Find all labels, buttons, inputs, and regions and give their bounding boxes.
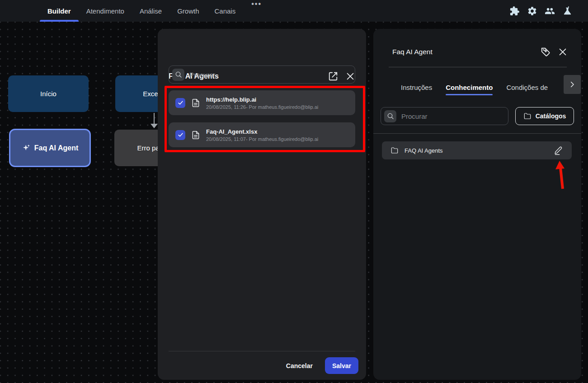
connector-arrowhead-icon bbox=[151, 124, 158, 128]
knowledge-source-list: https://help.blip.ai 20/08/2025, 11:26- … bbox=[169, 90, 355, 147]
catalog-folder-label: FAQ AI Agents bbox=[405, 147, 548, 154]
doc-title: Faq-AI_Agent.xlsx bbox=[206, 128, 318, 135]
node-label: Início bbox=[40, 90, 56, 98]
tabs-scroll-right-button[interactable] bbox=[564, 75, 581, 94]
nav-tab-label: Análise bbox=[140, 7, 162, 15]
nav-tab-canais[interactable]: Canais bbox=[207, 0, 243, 22]
nav-tab-label: Atendimento bbox=[86, 7, 124, 15]
nav-tab-growth[interactable]: Growth bbox=[169, 0, 207, 22]
nav-tab-label: Builder bbox=[47, 7, 71, 15]
tab-conhecimento[interactable]: Conhecimento bbox=[446, 84, 493, 94]
faq-ai-agents-modal: FAQ AI Agents https://help.blip.ai 20/08… bbox=[158, 29, 366, 380]
doc-text: https://help.blip.ai 20/08/2025, 11:26- … bbox=[206, 96, 318, 110]
folder-icon bbox=[523, 112, 532, 120]
catalog-folder-row[interactable]: FAQ AI Agents bbox=[382, 141, 572, 159]
document-icon bbox=[191, 98, 200, 108]
save-button[interactable]: Salvar bbox=[325, 357, 358, 374]
top-nav: Builder Atendimento Análise Growth Canai… bbox=[0, 0, 588, 22]
ai-sparkle-icon bbox=[22, 144, 31, 153]
panel-search-row: Catálogos bbox=[381, 107, 574, 125]
panel-header: Faq AI Agent bbox=[392, 47, 568, 57]
doc-title: https://help.blip.ai bbox=[206, 96, 318, 103]
nav-tab-atendimento[interactable]: Atendimento bbox=[79, 0, 132, 22]
list-item-help-blip[interactable]: https://help.blip.ai 20/08/2025, 11:26- … bbox=[169, 90, 355, 115]
cancel-button[interactable]: Cancelar bbox=[286, 362, 313, 369]
panel-search-box bbox=[381, 107, 508, 125]
doc-meta: 20/08/2025, 11:07- Por matheus.figueired… bbox=[206, 136, 318, 142]
modal-search-box bbox=[169, 65, 355, 84]
panel-search-input[interactable] bbox=[401, 112, 505, 120]
footer-divider bbox=[169, 351, 355, 351]
folder-icon bbox=[390, 147, 399, 154]
search-icon bbox=[172, 69, 184, 81]
modal-footer: Cancelar Salvar bbox=[158, 351, 366, 380]
panel-close-icon[interactable] bbox=[558, 47, 568, 57]
tab-condicoes[interactable]: Condições de bbox=[506, 84, 548, 94]
nav-tab-analise[interactable]: Análise bbox=[132, 0, 169, 22]
checkbox-checked[interactable] bbox=[175, 98, 185, 108]
footer-actions: Cancelar Salvar bbox=[286, 357, 358, 374]
edit-pencil-icon[interactable] bbox=[554, 146, 563, 155]
catalogs-button-label: Catálogos bbox=[536, 112, 566, 120]
doc-text: Faq-AI_Agent.xlsx 20/08/2025, 11:07- Por… bbox=[206, 128, 318, 142]
document-icon bbox=[191, 130, 200, 140]
nav-tab-label: Canais bbox=[214, 7, 235, 15]
panel-header-divider bbox=[389, 67, 567, 67]
tag-icon[interactable] bbox=[541, 47, 550, 57]
connector-line bbox=[154, 113, 155, 124]
nav-more-menu[interactable]: ••• bbox=[243, 0, 270, 22]
tab-label: Instruções bbox=[401, 84, 432, 91]
panel-tabs: Instruções Conhecimento Condições de bbox=[401, 84, 548, 94]
nav-tabs: Builder Atendimento Análise Growth Canai… bbox=[40, 0, 270, 22]
users-icon[interactable] bbox=[545, 6, 555, 16]
panel-title: Faq AI Agent bbox=[392, 48, 533, 56]
doc-meta: 20/08/2025, 11:26- Por matheus.figueired… bbox=[206, 104, 318, 110]
nav-tab-builder[interactable]: Builder bbox=[40, 0, 79, 22]
flow-connector-arrow bbox=[150, 113, 158, 128]
node-label: Faq AI Agent bbox=[34, 144, 78, 152]
tab-instrucoes[interactable]: Instruções bbox=[401, 84, 432, 94]
checkbox-checked[interactable] bbox=[175, 130, 185, 140]
settings-gear-icon[interactable] bbox=[527, 6, 537, 16]
chevron-right-icon bbox=[568, 80, 576, 89]
tab-label: Conhecimento bbox=[446, 84, 493, 91]
flow-node-inicio[interactable]: Início bbox=[8, 75, 89, 112]
panel-content-divider bbox=[373, 133, 581, 134]
active-tab-underline bbox=[40, 20, 79, 22]
tab-label: Condições de bbox=[506, 84, 548, 91]
nav-icon-group bbox=[509, 6, 573, 16]
search-icon bbox=[384, 110, 396, 122]
lab-flask-icon[interactable] bbox=[562, 6, 573, 16]
faq-ai-agent-panel: Faq AI Agent Instruções Conhecimento Con… bbox=[373, 29, 581, 380]
modal-search-input[interactable] bbox=[189, 71, 352, 79]
list-item-faq-xlsx[interactable]: Faq-AI_Agent.xlsx 20/08/2025, 11:07- Por… bbox=[169, 122, 355, 147]
plugin-icon[interactable] bbox=[509, 6, 520, 16]
nav-tab-label: Growth bbox=[177, 7, 199, 15]
flow-node-faq-ai-agent[interactable]: Faq AI Agent bbox=[9, 129, 91, 167]
active-tab-underline bbox=[446, 94, 493, 95]
catalogs-button[interactable]: Catálogos bbox=[515, 107, 574, 125]
